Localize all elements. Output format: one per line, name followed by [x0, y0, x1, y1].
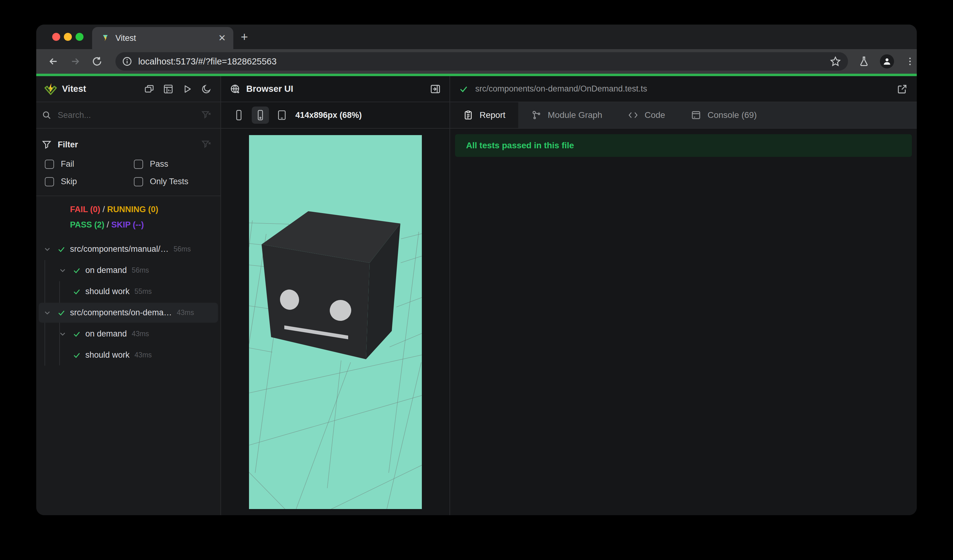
- browser-window: Vitest ✕ + localhost:5173/#/?file=182862…: [36, 25, 917, 515]
- filter-section: Filter Fail Pass Skip Only Tests: [36, 129, 220, 196]
- all-tests-passed-banner: All tests passed in this file: [455, 134, 912, 157]
- tree-row-suite[interactable]: on demand 43ms: [36, 323, 220, 344]
- test-browser-viewport[interactable]: [249, 135, 422, 509]
- test-progress-bar: [36, 74, 917, 76]
- running-count: RUNNING (0): [107, 205, 158, 214]
- tree-row-test[interactable]: should work 43ms: [36, 344, 220, 366]
- profile-avatar[interactable]: [880, 54, 894, 68]
- url-text[interactable]: localhost:5173/#/?file=1828625563: [138, 56, 830, 67]
- run-all-play-icon[interactable]: [181, 83, 193, 95]
- search-input[interactable]: Search...: [58, 110, 200, 120]
- test-file-path: src/components/on-demand/OnDemand.test.t…: [475, 84, 897, 94]
- checkbox-box[interactable]: [45, 160, 54, 169]
- tree-row-suite[interactable]: on demand 56ms: [36, 260, 220, 281]
- tab-close-icon[interactable]: ✕: [218, 34, 226, 43]
- report-panel: src/components/on-demand/OnDemand.test.t…: [450, 76, 917, 515]
- browser-tab[interactable]: Vitest ✕: [92, 27, 233, 49]
- sidebar: Vitest: [36, 76, 221, 515]
- panel-title: Browser UI: [246, 84, 429, 94]
- menu-dots-icon[interactable]: [903, 55, 917, 68]
- tab-module-graph[interactable]: Module Graph: [518, 102, 615, 128]
- funnel-icon: [40, 138, 53, 151]
- tab-report[interactable]: Report: [450, 102, 518, 128]
- tab-code[interactable]: Code: [615, 102, 678, 128]
- device-phone-icon[interactable]: [230, 107, 247, 124]
- tab-console[interactable]: Console (69): [678, 102, 770, 128]
- device-tablet-icon[interactable]: [273, 107, 290, 124]
- clipboard-icon: [463, 110, 473, 120]
- checkbox-box[interactable]: [134, 177, 143, 186]
- vitest-ui: Vitest: [36, 76, 917, 515]
- pass-check-icon: [459, 84, 469, 94]
- pass-check-icon: [73, 287, 81, 296]
- fail-count: FAIL (0): [70, 205, 100, 214]
- console-icon: [691, 110, 701, 120]
- tree-row-test[interactable]: should work 55ms: [36, 281, 220, 302]
- tab-strip: Vitest ✕ +: [36, 25, 917, 49]
- viewport-size-label[interactable]: 414x896px (68%): [295, 110, 362, 120]
- open-external-icon[interactable]: [897, 84, 908, 95]
- globe-icon: [229, 83, 241, 95]
- checkbox-box[interactable]: [45, 177, 54, 186]
- experiments-flask-icon[interactable]: [857, 55, 871, 68]
- preview-area: [221, 129, 450, 515]
- browser-toolbar: localhost:5173/#/?file=1828625563: [36, 49, 917, 74]
- pass-check-icon: [73, 266, 81, 275]
- filter-title: Filter: [58, 140, 200, 149]
- traffic-lights: [52, 33, 84, 41]
- browser-ui-panel: Browser UI 414x896px (68%): [221, 76, 450, 515]
- test-tree: src/components/manual/… 56ms on demand 5…: [36, 239, 220, 366]
- module-graph-icon: [531, 110, 542, 120]
- dark-mode-moon-icon[interactable]: [200, 83, 213, 95]
- code-icon: [628, 110, 638, 120]
- tree-row-file-selected[interactable]: src/components/on-dema… 43ms: [36, 302, 220, 323]
- pass-check-icon: [73, 351, 81, 360]
- search-row: Search...: [36, 102, 220, 129]
- tab-title: Vitest: [115, 34, 218, 43]
- pass-count: PASS (2): [70, 220, 104, 230]
- search-icon: [40, 109, 53, 121]
- clear-filter-icon[interactable]: [200, 109, 213, 121]
- chevron-down-icon[interactable]: [58, 330, 67, 338]
- tree-row-file[interactable]: src/components/manual/… 56ms: [36, 239, 220, 260]
- vitest-favicon-icon: [101, 34, 110, 43]
- close-window-button[interactable]: [52, 33, 60, 41]
- vitest-logo-icon: [43, 82, 58, 96]
- pass-check-icon: [57, 309, 66, 317]
- chevron-down-icon[interactable]: [58, 266, 67, 275]
- device-toolbar: 414x896px (68%): [221, 102, 450, 129]
- zoom-window-button[interactable]: [76, 33, 84, 41]
- device-phone-plus-icon[interactable]: [252, 107, 269, 124]
- minimize-window-button[interactable]: [64, 33, 72, 41]
- test-summary: FAIL (0) / RUNNING (0) PASS (2) / SKIP (…: [36, 196, 220, 237]
- sidebar-header: Vitest: [36, 76, 220, 102]
- toolbar-right: [857, 54, 917, 68]
- pass-check-icon: [73, 330, 81, 338]
- url-bar[interactable]: localhost:5173/#/?file=1828625563: [115, 52, 848, 71]
- new-tab-button[interactable]: +: [237, 31, 251, 44]
- forward-icon[interactable]: [68, 55, 82, 68]
- report-tabs: Report Module Graph Code Console (69): [450, 102, 917, 129]
- open-panel-right-icon[interactable]: [429, 83, 441, 95]
- clear-filter-icon[interactable]: [200, 138, 213, 151]
- sidebar-title: Vitest: [62, 84, 143, 94]
- chevron-down-icon[interactable]: [43, 309, 51, 317]
- checkbox-box[interactable]: [134, 160, 143, 169]
- browser-ui-header: Browser UI: [221, 76, 450, 102]
- site-info-icon[interactable]: [120, 55, 134, 68]
- checkbox-pass[interactable]: Pass: [134, 159, 220, 169]
- dashboard-report-icon[interactable]: [162, 83, 174, 95]
- checkbox-only-tests[interactable]: Only Tests: [134, 177, 220, 186]
- reload-icon[interactable]: [90, 55, 104, 68]
- dock-panels-icon[interactable]: [143, 83, 155, 95]
- chevron-down-icon[interactable]: [43, 245, 51, 254]
- checkbox-skip[interactable]: Skip: [45, 177, 134, 186]
- bookmark-star-icon[interactable]: [830, 56, 841, 67]
- report-header: src/components/on-demand/OnDemand.test.t…: [450, 76, 917, 102]
- skip-count: SKIP (--): [112, 220, 144, 230]
- back-icon[interactable]: [47, 55, 60, 68]
- pass-check-icon: [57, 245, 66, 254]
- checkbox-fail[interactable]: Fail: [45, 159, 134, 169]
